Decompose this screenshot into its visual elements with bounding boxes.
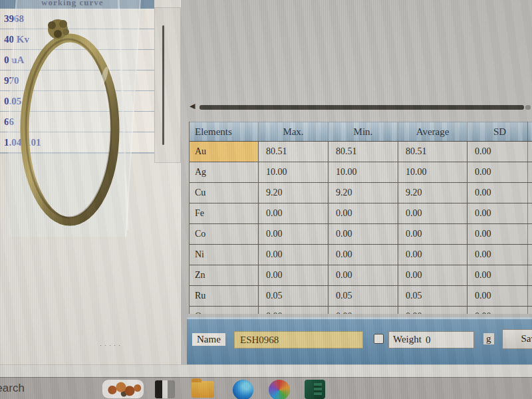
cell-sd: 0.00 [467,203,532,223]
excel-app-icon[interactable] [305,380,325,399]
cell-max: 0.00 [259,307,329,314]
cell-sd: 0.00 [467,245,532,265]
side-scroll-strip [154,7,181,163]
office-app-icon[interactable] [269,380,290,399]
cell-sd: 0.00 [467,265,532,285]
column-header: Max. [259,122,329,141]
next-column-border [527,122,528,314]
cell-element: Au [190,142,259,162]
edge-browser-icon[interactable] [233,380,253,399]
cell-min: 0.00 [329,203,398,223]
cell-sd: 0.00 [467,183,532,203]
cell-element: Ni [190,245,259,265]
table-body: Au80.5180.5180.510.00Ag10.0010.0010.000.… [190,142,532,314]
cell-max: 10.00 [259,162,329,182]
cell-max: 0.00 [259,245,329,265]
weight-field-group: Weight [388,331,474,348]
cell-sd: 0.00 [467,224,532,244]
cell-element: Fe [190,203,259,223]
cell-sd: 0.00 [467,142,532,162]
column-header: Elements [190,122,259,141]
table-row[interactable]: Au80.5180.5180.510.00 [190,142,532,162]
vertical-slider[interactable] [162,25,164,145]
table-row[interactable]: Zn0.000.000.000.00 [190,265,532,286]
cell-min: 0.05 [329,286,398,306]
table-row[interactable]: Fe0.000.000.000.00 [190,203,532,224]
table-row[interactable]: Ag10.0010.0010.000.00 [190,162,532,183]
hscroll-thumb[interactable] [200,105,524,110]
column-header: SD [467,122,532,141]
ring-sample-photo [8,0,144,237]
hscroll-track-end [525,105,531,110]
table-row[interactable]: Co0.000.000.000.00 [190,224,532,245]
cell-min: 9.20 [329,183,398,203]
ornament-stone [59,20,67,28]
cell-max: 0.00 [259,224,329,244]
cell-average: 0.00 [398,245,467,265]
cell-element: Os [190,307,259,314]
cell-min: 0.00 [329,265,398,285]
column-header: Min. [329,122,398,141]
small-marks: ····· [100,342,123,348]
cell-min: 10.00 [329,162,398,182]
cell-sd: 0.00 [467,307,532,314]
ornament-stone [54,30,62,38]
sample-footer-bar: Name Weight g Save [187,317,532,366]
file-explorer-icon[interactable] [192,381,214,398]
weight-checkbox[interactable] [374,334,384,344]
monitor-screen: working curve 396840 Kv0 uA9700.05 s661.… [0,0,532,399]
analysis-panel: ◀ ElementsMax.Min.AverageSD Au80.5180.51… [181,0,532,364]
name-input[interactable] [234,331,363,348]
table-row[interactable]: Ru0.050.050.050.00 [190,286,532,307]
unit-label: g [483,333,494,344]
cell-max: 0.00 [259,203,329,223]
cell-max: 9.20 [259,183,329,203]
save-button[interactable]: Save [502,329,532,349]
ornament-stone [63,29,69,35]
cell-average: 0.00 [398,265,467,285]
image-thumbnail-icon[interactable] [102,380,144,398]
cell-max: 0.05 [259,286,329,306]
cell-average: 0.00 [398,203,467,223]
column-header: Average [398,122,467,141]
cell-sd: 0.00 [467,162,532,182]
cell-element: Ru [190,286,259,306]
cell-element: Co [190,224,259,244]
cell-min: 80.51 [329,142,398,162]
table-row[interactable]: Cu9.209.209.200.00 [190,183,532,203]
cell-min: 0.00 [329,245,398,265]
results-table: ElementsMax.Min.AverageSD Au80.5180.5180… [189,122,532,314]
cell-element: Zn [190,265,259,285]
cell-min: 0.00 [329,307,398,314]
cell-average: 10.00 [398,162,467,182]
cell-average: 80.51 [398,142,467,162]
cell-average: 0.00 [398,307,467,314]
cell-max: 80.51 [259,142,329,162]
camera-app-icon[interactable] [155,380,175,398]
cell-average: 9.20 [398,183,467,203]
weight-label: Weight [389,332,423,348]
cell-average: 0.05 [398,286,467,306]
taskbar: Search [0,377,532,399]
cell-element: Cu [190,183,259,203]
left-window: working curve 396840 Kv0 uA9700.05 s661.… [0,0,181,364]
window-bottom-strip [0,364,532,378]
table-header: ElementsMax.Min.AverageSD [190,122,532,142]
cell-min: 0.00 [329,224,398,244]
cell-sd: 0.00 [467,286,532,306]
taskbar-search[interactable]: Search [0,382,25,395]
table-row[interactable]: Ni0.000.000.000.00 [190,245,532,265]
hscroll-left-arrow[interactable]: ◀ [190,102,195,110]
cell-max: 0.00 [259,265,329,285]
table-row[interactable]: Os0.000.000.000.00 [190,307,532,314]
name-label: Name [192,333,225,346]
cell-element: Ag [190,162,259,182]
cell-average: 0.00 [398,224,467,244]
ornament-stone [48,21,56,29]
weight-input[interactable] [423,332,473,348]
